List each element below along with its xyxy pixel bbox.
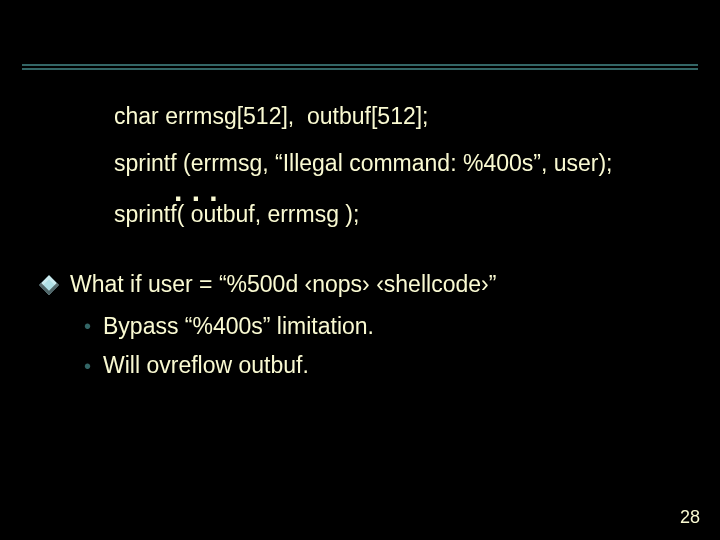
page-number: 28 bbox=[680, 507, 700, 528]
bullet-level1: What if user = “%500d ‹nops› ‹shellcode›… bbox=[42, 267, 720, 303]
diamond-icon bbox=[39, 275, 59, 295]
code-line-1: char errmsg[512], outbuf[512]; bbox=[114, 100, 720, 133]
code-block: char errmsg[512], outbuf[512]; sprintf (… bbox=[114, 100, 720, 231]
dot-icon: • bbox=[84, 356, 91, 376]
slide-title: Overflow using format string bbox=[0, 0, 720, 64]
bullet-text: Bypass “%400s” limitation. bbox=[103, 309, 374, 345]
bullet-level2: • Bypass “%400s” limitation. bbox=[84, 309, 720, 345]
bullet-list: What if user = “%500d ‹nops› ‹shellcode›… bbox=[42, 267, 720, 384]
bullet-level2: • Will ovreflow outbuf. bbox=[84, 348, 720, 384]
dot-icon: • bbox=[84, 316, 91, 336]
title-rule bbox=[22, 64, 698, 78]
spacer bbox=[114, 133, 720, 147]
bullet-text: What if user = “%500d ‹nops› ‹shellcode›… bbox=[70, 267, 496, 303]
code-line-3: sprintf( outbuf, errmsg ); bbox=[114, 198, 720, 231]
slide: Overflow using format string char errmsg… bbox=[0, 0, 720, 540]
bullet-text: Will ovreflow outbuf. bbox=[103, 348, 309, 384]
